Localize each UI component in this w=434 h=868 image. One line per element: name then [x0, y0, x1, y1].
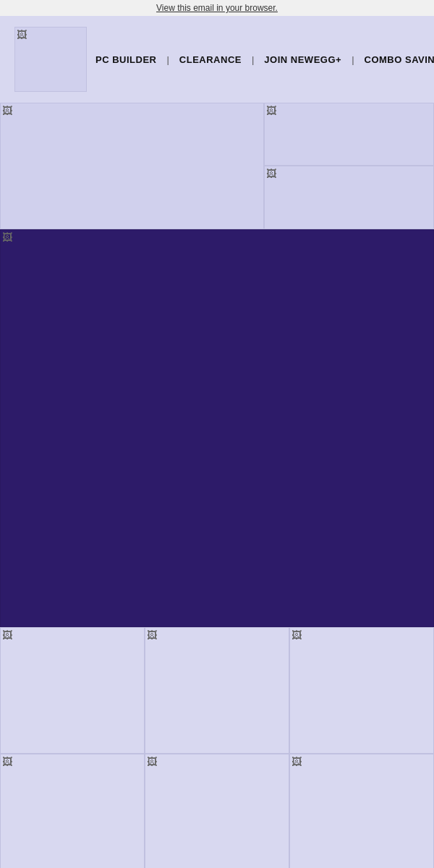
nav-item-pc-builder[interactable]: PC BUILDER: [87, 54, 165, 65]
logo: 🖼: [14, 27, 87, 92]
product-card-1-broken-img-icon: 🖼: [2, 629, 12, 641]
logo-broken-img-icon: 🖼: [17, 29, 27, 41]
main-nav: PC BUILDER | CLEARANCE | JOIN NEWEGG+ | …: [87, 54, 434, 65]
product-card-4-broken-img-icon: 🖼: [2, 756, 12, 767]
banner-right-bottom-broken-img-icon: 🖼: [266, 168, 276, 179]
product-card-3[interactable]: 🖼: [289, 627, 434, 754]
product-card-5[interactable]: 🖼: [145, 754, 289, 868]
product-card-3-broken-img-icon: 🖼: [292, 629, 302, 641]
product-card-6-broken-img-icon: 🖼: [292, 756, 302, 767]
banner-right-top-image[interactable]: 🖼: [264, 103, 434, 166]
product-card-6[interactable]: 🖼: [289, 754, 434, 868]
top-bar: View this email in your browser.: [0, 0, 434, 16]
product-row-1: 🖼 🖼 🖼: [0, 627, 434, 754]
product-card-1[interactable]: 🖼: [0, 627, 145, 754]
nav-separator-2: |: [250, 54, 255, 65]
nav-item-combo-savings[interactable]: COMBO SAVINGS: [356, 54, 434, 65]
hero-banner-broken-img-icon: 🖼: [2, 231, 12, 243]
nav-item-join-newegg-plus[interactable]: JOIN NEWEGG+: [255, 54, 350, 65]
header: 🖼 PC BUILDER | CLEARANCE | JOIN NEWEGG+ …: [0, 16, 434, 103]
product-card-2-broken-img-icon: 🖼: [147, 629, 157, 641]
banner-left-broken-img-icon: 🖼: [2, 105, 12, 116]
banner-right-bottom-image[interactable]: 🖼: [264, 166, 434, 229]
product-card-4[interactable]: 🖼: [0, 754, 145, 868]
banner-left-image[interactable]: 🖼: [0, 103, 264, 229]
nav-item-clearance[interactable]: CLEARANCE: [171, 54, 250, 65]
hero-banner-image[interactable]: 🖼: [0, 229, 434, 627]
nav-separator-3: |: [350, 54, 355, 65]
banner-right-top-broken-img-icon: 🖼: [266, 105, 276, 116]
nav-separator-1: |: [165, 54, 170, 65]
product-row-2: 🖼 🖼 🖼: [0, 754, 434, 868]
view-in-browser-link[interactable]: View this email in your browser.: [156, 3, 278, 13]
banner-right: 🖼 🖼: [264, 103, 434, 229]
banner-section: 🖼 🖼 🖼: [0, 103, 434, 229]
product-card-5-broken-img-icon: 🖼: [147, 756, 157, 767]
product-card-2[interactable]: 🖼: [145, 627, 289, 754]
